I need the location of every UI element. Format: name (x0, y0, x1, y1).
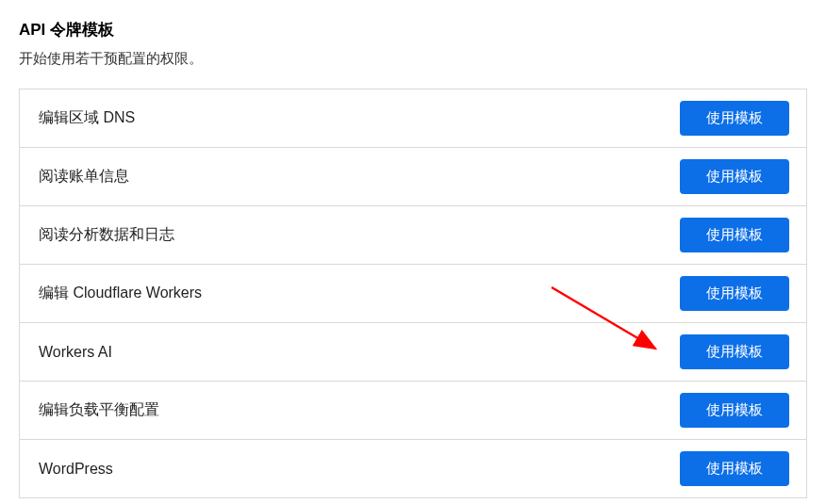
template-name: Workers AI (39, 344, 112, 361)
template-list: 编辑区域 DNS 使用模板 阅读账单信息 使用模板 阅读分析数据和日志 使用模板… (19, 89, 807, 498)
template-row: 阅读分析数据和日志 使用模板 (20, 206, 806, 265)
use-template-button[interactable]: 使用模板 (680, 218, 789, 252)
template-name: WordPress (39, 461, 113, 478)
template-row: Workers AI 使用模板 (20, 323, 806, 382)
template-row: 编辑负载平衡配置 使用模板 (20, 382, 806, 440)
template-name: 编辑 Cloudflare Workers (39, 284, 202, 303)
template-name: 编辑区域 DNS (39, 108, 135, 128)
use-template-button[interactable]: 使用模板 (680, 101, 789, 136)
use-template-button[interactable]: 使用模板 (680, 393, 789, 428)
use-template-button[interactable]: 使用模板 (680, 276, 789, 311)
page-title: API 令牌模板 (19, 19, 807, 41)
template-row: 编辑区域 DNS 使用模板 (20, 89, 806, 148)
template-row: 阅读账单信息 使用模板 (20, 148, 806, 206)
template-row: 编辑 Cloudflare Workers 使用模板 (20, 265, 806, 323)
template-name: 编辑负载平衡配置 (39, 400, 159, 420)
template-name: 阅读账单信息 (39, 167, 129, 187)
use-template-button[interactable]: 使用模板 (680, 451, 789, 486)
template-name: 阅读分析数据和日志 (39, 225, 174, 245)
use-template-button[interactable]: 使用模板 (680, 159, 789, 194)
page-subtitle: 开始使用若干预配置的权限。 (19, 50, 807, 68)
use-template-button[interactable]: 使用模板 (680, 334, 789, 369)
template-row: WordPress 使用模板 (20, 440, 806, 498)
